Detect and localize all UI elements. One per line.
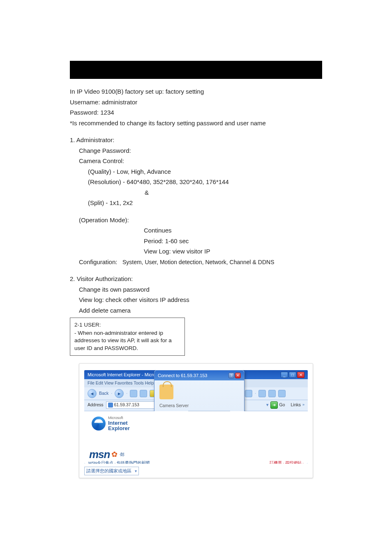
msn-right-line1: 訂機票 · 尋找網站 · xyxy=(270,461,304,464)
discuss-icon[interactable] xyxy=(278,390,286,397)
close-icon[interactable]: ✕ xyxy=(297,372,304,378)
minimize-icon[interactable]: _ xyxy=(281,372,288,378)
document-body: In IP Video 9100(B) factory set up: fact… xyxy=(70,87,392,478)
admin-conf-value: System, User, Motion detection, Network,… xyxy=(122,259,274,265)
refresh-icon[interactable] xyxy=(140,390,147,397)
ie-e-icon xyxy=(92,417,106,431)
back-label: Back xyxy=(99,390,108,397)
admin-camera-control: Camera Control: xyxy=(70,157,392,166)
visitor-add-delete: Add delete camera xyxy=(70,306,392,315)
visitor-change-pwd: Change its own password xyxy=(70,285,392,295)
ie-logo-line1: Internet xyxy=(108,420,130,426)
admin-resolution: (Resolution) - 640*480, 352*288, 320*240… xyxy=(70,177,392,187)
go-button[interactable]: ➜ xyxy=(270,401,278,409)
dialog-title-text: Connect to 61.59.37.153 xyxy=(158,372,207,379)
go-label: Go xyxy=(279,402,285,408)
dialog-close-icon[interactable]: ✕ xyxy=(235,373,241,378)
address-value: 61.59.37.153 xyxy=(114,402,139,408)
edit-icon[interactable] xyxy=(268,390,276,397)
admin-operation-mode: (Operation Mode): xyxy=(70,216,392,225)
mail-icon[interactable] xyxy=(245,390,252,397)
bottom-selector[interactable]: 請選擇您的國家或地區 ▾ xyxy=(84,467,139,475)
visitor-heading: 2. Visitor Authorization: xyxy=(70,274,392,284)
msn-left-line1: MSN今日焦点 · 包括最熱門的新聞 xyxy=(88,461,151,464)
intro-line-username: Username: administrator xyxy=(70,98,392,107)
screenshot-container: Microsoft Internet Explorer - Microsoft … xyxy=(79,363,313,478)
admin-split: (Split) - 1x1, 2x2 xyxy=(70,198,392,208)
ie-address-bar: Address 61.59.37.153 Connect to 61.59.37… xyxy=(84,400,308,411)
visitor-viewlog: View log: check other visitors IP addres… xyxy=(70,295,392,305)
dropdown-arrow-icon[interactable]: ▾ xyxy=(135,468,137,474)
back-button[interactable]: ◄ xyxy=(88,389,97,398)
msn-right-links[interactable]: 訂機票 · 尋找網站 · 真想MIT的個人頁 xyxy=(270,461,304,464)
intro-line-password: Password: 1234 xyxy=(70,108,392,117)
intro-line-note: *Is recommended to change its factory se… xyxy=(70,119,392,128)
dialog-server-label: Camera Server xyxy=(159,403,239,409)
section-header-bar xyxy=(70,61,322,79)
admin-conf-label: Configuration: xyxy=(79,258,117,265)
admin-heading: 1. Administrator: xyxy=(70,136,392,145)
dialog-titlebar: Connect to 61.59.37.153 ? ✕ xyxy=(154,371,244,381)
ie-window: Microsoft Internet Explorer - Microsoft … xyxy=(84,370,308,464)
ie-page-body: Microsoft Internet Explorer msn ✿ ·郎 MSN… xyxy=(84,411,308,464)
admin-change-password: Change Password: xyxy=(70,146,392,156)
lock-icon xyxy=(159,385,173,399)
callout-box: 2-1 USER: - When non-administrator enter… xyxy=(70,318,185,356)
msn-butterfly-icon: ✿ xyxy=(111,449,118,460)
chevron-down-icon[interactable]: ▾ xyxy=(266,402,269,408)
admin-viewlog: View Log: view visitor IP xyxy=(70,247,392,256)
stop-icon[interactable] xyxy=(130,390,137,397)
admin-quality: (Quality) - Low, High, Advance xyxy=(70,167,392,177)
print-icon[interactable] xyxy=(258,390,266,397)
ie-logo: Microsoft Internet Explorer xyxy=(92,416,130,431)
admin-continues: Continues xyxy=(70,226,392,235)
address-label: Address xyxy=(88,402,104,408)
callout-title: 2-1 USER: xyxy=(74,321,180,329)
msn-left-links[interactable]: MSN今日焦点 · 包括最熱門的新聞 MSN 提供全球各地新聞及資訊 · 請 ·… xyxy=(88,461,151,464)
maximize-icon[interactable]: □ xyxy=(289,372,296,378)
admin-period: Period: 1-60 sec xyxy=(70,237,392,246)
help-icon[interactable]: ? xyxy=(228,373,234,378)
bottom-selector-text: 請選擇您的國家或地區 xyxy=(86,467,131,474)
callout-body: - When non-administrator entered ip addr… xyxy=(74,329,180,352)
admin-configuration-line: Configuration: System, User, Motion dete… xyxy=(70,258,392,267)
admin-ampersand: & xyxy=(70,188,392,198)
page-icon xyxy=(108,403,113,408)
links-label[interactable]: Links xyxy=(291,402,301,408)
ie-logo-line2: Explorer xyxy=(108,426,130,431)
forward-button[interactable]: ► xyxy=(115,389,124,398)
intro-line-product: In IP Video 9100(B) factory set up: fact… xyxy=(70,87,392,97)
